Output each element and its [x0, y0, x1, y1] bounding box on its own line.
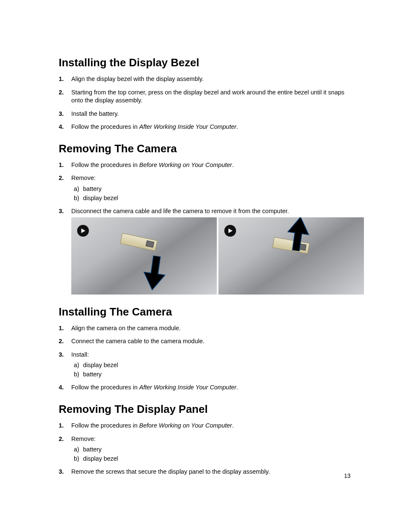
step-text: Align the display bezel with the display…: [71, 76, 204, 82]
section-title: Removing The Display Panel: [59, 403, 352, 416]
substep-text: display bezel: [83, 455, 118, 462]
substep-list: a)battery b)display bezel: [71, 185, 352, 202]
step-item: Install the battery.: [59, 110, 352, 118]
figure-pane-2: [218, 217, 364, 295]
substep-label: b): [74, 194, 83, 203]
step-item: Align the camera on the camera module.: [59, 324, 352, 333]
substep-text: battery: [83, 371, 101, 378]
figure: [71, 217, 364, 295]
camera-chip-graphic: [145, 240, 154, 248]
step-suffix: .: [232, 162, 234, 168]
substep-text: display bezel: [83, 362, 118, 368]
substep-item: a)battery: [74, 185, 352, 193]
step-text: Disconnect the camera cable and life the…: [71, 208, 289, 214]
step-text: Remove:: [71, 175, 96, 181]
section-title: Removing The Camera: [59, 142, 352, 155]
step-item: Follow the procedures in After Working I…: [59, 383, 352, 392]
figure-pane-1: [71, 217, 217, 295]
substep-item: a)battery: [74, 446, 352, 454]
step-list: Follow the procedures in Before Working …: [59, 422, 352, 476]
step-item: Remove the screws that secure the displa…: [59, 468, 352, 476]
callout-badge-icon: [224, 225, 236, 237]
substep-label: a): [74, 361, 83, 370]
step-item: Connect the camera cable to the camera m…: [59, 337, 352, 346]
substep-label: b): [74, 370, 83, 379]
step-item: Follow the procedures in Before Working …: [59, 161, 352, 170]
substep-item: b)battery: [74, 370, 352, 379]
step-text: Install:: [71, 351, 89, 358]
section-title: Installing the Display Bezel: [59, 56, 352, 69]
substep-list: a)battery b)display bezel: [71, 446, 352, 463]
substep-text: battery: [83, 446, 101, 453]
page-content: Installing the Display Bezel Align the d…: [59, 56, 352, 481]
page-number: 13: [344, 472, 351, 479]
callout-badge-icon: [77, 225, 89, 237]
svg-marker-1: [229, 228, 233, 233]
substep-label: b): [74, 455, 83, 463]
step-prefix: Follow the procedures in: [71, 384, 139, 391]
reference-link: After Working Inside Your Computer: [139, 384, 236, 391]
step-suffix: .: [232, 422, 234, 429]
substep-text: display bezel: [83, 195, 118, 201]
step-suffix: .: [236, 123, 238, 130]
section-title: Installing The Camera: [59, 305, 352, 318]
step-list: Follow the procedures in Before Working …: [59, 161, 352, 295]
step-text: Connect the camera cable to the camera m…: [71, 338, 205, 344]
camera-module-graphic: [120, 233, 158, 251]
step-text: Starting from the top corner, press on t…: [71, 89, 344, 104]
step-item: Starting from the top corner, press on t…: [59, 89, 352, 105]
step-text: Remove:: [71, 436, 96, 442]
substep-label: a): [74, 185, 83, 193]
step-item: Install: a)display bezel b)battery: [59, 351, 352, 379]
step-text: Install the battery.: [71, 110, 119, 117]
step-text: Align the camera on the camera module.: [71, 325, 181, 331]
step-list: Align the camera on the camera module. C…: [59, 324, 352, 392]
step-suffix: .: [236, 384, 238, 391]
step-item: Disconnect the camera cable and life the…: [59, 207, 352, 295]
step-item: Follow the procedures in After Working I…: [59, 123, 352, 131]
substep-item: a)display bezel: [74, 361, 352, 370]
substep-item: b)display bezel: [74, 455, 352, 463]
substep-text: battery: [83, 185, 101, 192]
step-prefix: Follow the procedures in: [71, 422, 139, 429]
substep-item: b)display bezel: [74, 194, 352, 203]
arrow-down-icon: [140, 254, 169, 294]
reference-link: Before Working on Your Computer: [139, 422, 232, 429]
substep-label: a): [74, 446, 83, 454]
step-item: Remove: a)battery b)display bezel: [59, 174, 352, 202]
substep-list: a)display bezel b)battery: [71, 361, 352, 378]
step-item: Align the display bezel with the display…: [59, 75, 352, 83]
step-text: Remove the screws that secure the displa…: [71, 468, 270, 475]
step-item: Follow the procedures in Before Working …: [59, 422, 352, 430]
step-list: Align the display bezel with the display…: [59, 75, 352, 131]
svg-marker-0: [81, 228, 86, 233]
step-prefix: Follow the procedures in: [71, 123, 139, 130]
step-prefix: Follow the procedures in: [71, 162, 139, 168]
reference-link: After Working Inside Your Computer: [139, 123, 236, 130]
step-item: Remove: a)battery b)display bezel: [59, 435, 352, 463]
reference-link: Before Working on Your Computer: [139, 162, 232, 168]
